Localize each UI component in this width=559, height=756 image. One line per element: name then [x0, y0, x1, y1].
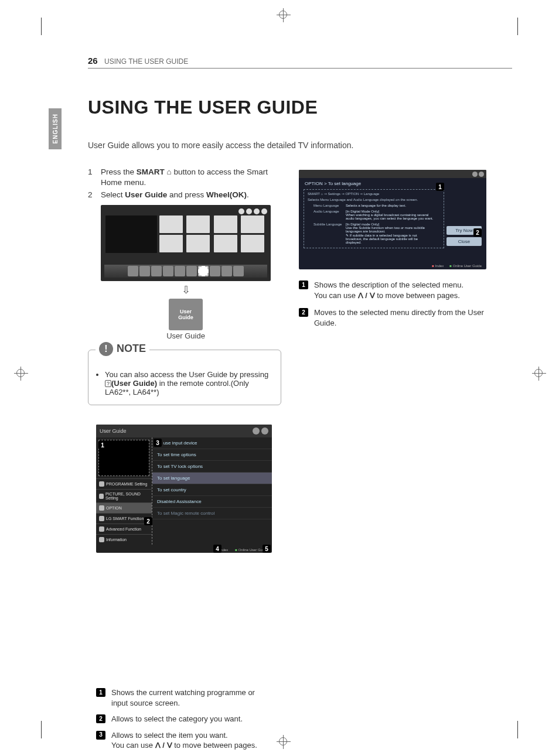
legend-item: 2 Allows to select the category you want…	[96, 714, 272, 724]
legend-item: 1 Shows the description of the selected …	[299, 280, 492, 300]
category-item: PROGRAMME Setting	[96, 478, 152, 489]
print-registration-mark	[16, 369, 25, 377]
up-down-icon: ꓥ / ꓦ	[358, 291, 375, 300]
close-button: Close	[446, 237, 482, 246]
list-item: Disabled Assisstance	[152, 496, 272, 508]
language-tab-label: ENGLISH	[52, 114, 59, 143]
page-number: 26	[88, 56, 98, 66]
window-controls	[253, 427, 268, 435]
list-item: To use input device	[152, 437, 272, 449]
home-icon: ⌂	[167, 167, 172, 176]
user-guide-window: User Guide PROGRAMME Setting PICTURE, SO…	[96, 425, 272, 553]
legend-text: Allows to select the item you want. You …	[111, 730, 257, 751]
legend-item: 3 Allows to select the item you want. Yo…	[96, 730, 272, 751]
detail-path: SMART ⌂ ➙ Settings ➙ OPTION ➙ Language	[308, 192, 440, 198]
language-tab: ENGLISH	[49, 108, 62, 149]
legend-badge: 3	[96, 731, 105, 740]
legend-badge: 2	[96, 714, 105, 723]
step-text: Select User Guide and press Wheel(OK).	[101, 190, 249, 200]
legend-item: 1 Shows the current watching programme o…	[96, 687, 272, 708]
detail-caption: Selects Menu Language and Audio Language…	[308, 198, 440, 203]
legend-item: 2 Moves to the selected menu directly fr…	[299, 307, 492, 328]
legend-badge: 1	[299, 280, 308, 289]
legend-text: Shows the description of the selected me…	[314, 280, 463, 300]
list-item-selected: To set language	[152, 473, 272, 484]
window-title: User Guide	[100, 428, 127, 434]
list-item: To set country	[152, 484, 272, 496]
user-guide-tile: User Guide	[169, 299, 203, 330]
running-header: 26 USING THE USER GUIDE	[88, 56, 512, 69]
print-registration-mark	[279, 737, 287, 745]
callout-marker: 2	[144, 517, 152, 525]
note-label: NOTE	[117, 343, 146, 355]
footer-index: Index	[432, 264, 444, 268]
crop-mark	[517, 18, 518, 35]
crop-mark	[41, 721, 42, 738]
legend-text: Shows the current watching programme or …	[111, 687, 272, 708]
smart-home-screenshot: ⇩ User Guide User Guide	[101, 205, 271, 340]
running-head-text: USING THE USER GUIDE	[104, 57, 188, 66]
note-header: ! NOTE	[96, 342, 149, 356]
crop-mark	[517, 721, 518, 738]
callout-marker: 4	[213, 545, 221, 553]
crop-mark	[41, 18, 42, 35]
step-text: Press the SMART ⌂ button to access the S…	[101, 167, 281, 187]
list-item: To set time options	[152, 449, 272, 461]
exclamation-icon: !	[99, 342, 113, 356]
page-title: USING THE USER GUIDE	[88, 97, 318, 118]
step-number: 1	[88, 167, 101, 187]
callout-marker: 3	[154, 439, 162, 447]
remote-button-icon: ?	[105, 380, 111, 387]
category-item: Information	[96, 534, 152, 545]
category-item: LG SMART Function	[96, 513, 152, 524]
legend-badge: 1	[96, 688, 105, 697]
callout-marker: 1	[436, 183, 444, 191]
list-item: To set TV lock options	[152, 461, 272, 473]
up-down-icon: ꓥ / ꓦ	[155, 741, 172, 750]
step-number: 2	[88, 190, 101, 200]
category-item: Advanced Function	[96, 524, 152, 534]
user-guide-caption: User Guide	[101, 331, 271, 340]
legend-text: Moves to the selected menu directly from…	[314, 307, 492, 328]
print-registration-mark	[279, 11, 287, 19]
category-item: PICTURE, SOUND Setting	[96, 489, 152, 502]
note-text: You can also access the User Guide by pr…	[105, 370, 272, 396]
legend-text: Allows to select the category you want.	[111, 714, 243, 724]
legend-badge: 2	[299, 308, 308, 317]
callout-marker: 1	[98, 441, 107, 449]
step-1: 1 Press the SMART ⌂ button to access the…	[88, 167, 281, 187]
footer-online: Online User Guide	[449, 264, 482, 268]
callout-marker: 2	[473, 228, 482, 237]
step-2: 2 Select User Guide and press Wheel(OK).	[88, 190, 281, 200]
intro-text: User Guide allows you to more easily acc…	[88, 141, 353, 150]
category-item-selected: OPTION	[96, 502, 152, 513]
list-item-disabled: To set Magic remote control	[152, 508, 272, 519]
detail-window: OPTION > To set language SMART ⌂ ➙ Setti…	[299, 170, 486, 269]
callout-marker: 5	[263, 545, 271, 553]
note-box: ! NOTE You can also access the User Guid…	[88, 350, 281, 405]
breadcrumb: OPTION > To set language	[299, 178, 486, 189]
down-arrow-icon: ⇩	[101, 283, 271, 296]
print-registration-mark	[534, 369, 543, 377]
